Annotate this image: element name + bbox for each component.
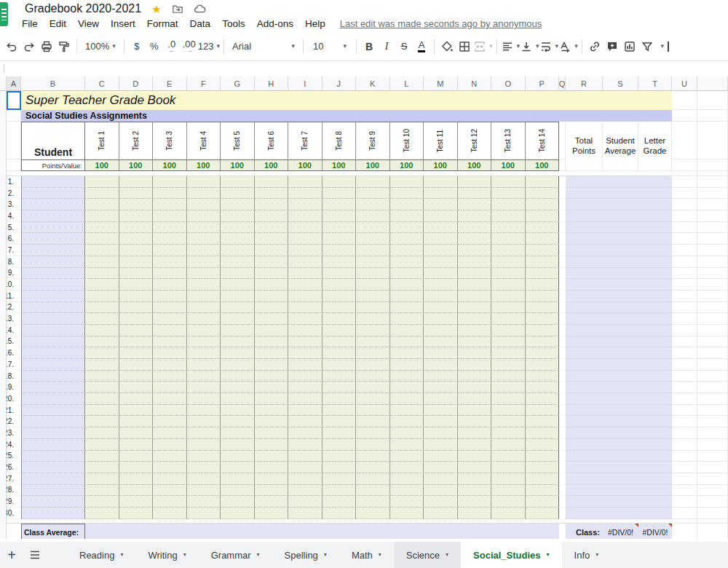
test-header-cell[interactable]: Test 4 [187,122,221,159]
grade-cell[interactable] [221,508,255,519]
grade-cell[interactable] [255,233,289,245]
grade-cell[interactable] [356,496,390,508]
grade-cell[interactable] [458,222,492,234]
grade-cell[interactable] [491,496,526,508]
grade-cell[interactable] [255,176,289,188]
grade-cell[interactable] [458,462,492,473]
grade-cell[interactable] [288,416,323,427]
grade-cell[interactable] [255,496,289,508]
row-number-cell[interactable]: 10. [7,279,21,291]
column-header-K[interactable]: K [356,76,390,91]
grade-cell[interactable] [221,371,255,382]
points-value-cell[interactable]: 100 [153,159,187,171]
tab-menu-caret[interactable]: ▾ [446,552,448,558]
row-number-cell[interactable]: 26. [7,462,21,473]
grade-cell[interactable] [424,485,458,497]
grade-cell[interactable] [85,496,119,508]
student-name-cell[interactable] [21,496,85,508]
grade-cell[interactable] [356,405,390,417]
grade-cell[interactable] [153,359,187,371]
grade-cell[interactable] [255,427,289,439]
grade-cell[interactable] [153,325,187,336]
class-average-label-cell[interactable]: Class Average: [21,524,85,540]
grade-cell[interactable] [424,188,458,200]
grade-cell[interactable] [491,245,526,256]
grade-cell[interactable] [119,291,154,302]
student-name-cell[interactable] [21,485,85,497]
grade-cell[interactable] [85,222,119,234]
test-header-cell[interactable]: Test 13 [491,122,526,159]
grade-cell[interactable] [390,199,424,210]
italic-button[interactable]: I [378,36,395,57]
summary-values-cell[interactable] [566,405,672,417]
grade-cell[interactable] [390,393,424,405]
grade-cell[interactable] [458,439,492,451]
grade-cell[interactable] [323,210,357,222]
points-value-cell[interactable]: 100 [255,159,289,171]
grade-cell[interactable] [458,485,492,497]
grade-cell[interactable] [390,336,424,348]
grade-cell[interactable] [424,496,458,508]
grade-cell[interactable] [491,256,526,268]
grade-cell[interactable] [153,245,187,256]
grade-cell[interactable] [356,313,390,325]
tab-spelling[interactable]: Spelling▾ [272,542,339,568]
grade-cell[interactable] [390,279,424,291]
grade-cell[interactable] [187,485,221,497]
grade-cell[interactable] [424,233,458,245]
grade-cell[interactable] [458,256,492,268]
grade-cell[interactable] [288,325,323,336]
row-number-cell[interactable]: 19. [7,382,21,393]
grade-cell[interactable] [323,439,357,451]
summary-values-cell[interactable] [566,325,672,336]
grade-cell[interactable] [288,210,323,222]
grade-cell[interactable] [424,382,458,393]
grade-cell[interactable] [491,439,526,451]
row-number-cell[interactable]: 27. [7,473,21,485]
grade-cell[interactable] [491,416,526,427]
grade-cell[interactable] [288,451,323,462]
grade-cell[interactable] [119,439,154,451]
grade-cell[interactable] [356,508,390,519]
grade-cell[interactable] [356,199,390,210]
summary-header-cell[interactable]: Total Points [566,122,603,171]
filter-views-dropdown[interactable]: ▾ [656,36,666,57]
font-family-dropdown[interactable]: Arial▾ [228,36,299,57]
grade-cell[interactable] [424,302,458,314]
grade-cell[interactable] [356,256,390,268]
grade-cell[interactable] [153,210,187,222]
grade-cell[interactable] [187,256,221,268]
tab-menu-caret[interactable]: ▾ [183,552,186,558]
grade-cell[interactable] [221,176,255,188]
grade-cell[interactable] [491,268,526,280]
column-header-P[interactable]: P [526,76,560,91]
grade-cell[interactable] [424,359,458,371]
grade-cell[interactable] [526,382,560,393]
summary-values-cell[interactable] [566,485,672,497]
horizontal-align-icon[interactable]: ▾ [501,36,521,57]
grade-cell[interactable] [85,268,119,280]
cloud-saved-icon[interactable] [194,4,206,14]
grade-cell[interactable] [221,268,255,280]
grade-cell[interactable] [187,427,221,439]
grade-cell[interactable] [119,256,154,268]
grade-cell[interactable] [288,508,323,519]
grade-cell[interactable] [255,473,289,485]
grade-cell[interactable] [221,359,255,371]
grade-cell[interactable] [356,371,390,382]
tab-writing[interactable]: Writing▾ [135,542,198,568]
column-header-B[interactable]: B [21,76,85,91]
grade-cell[interactable] [356,245,390,256]
grade-cell[interactable] [85,427,119,439]
points-value-cell[interactable]: 100 [390,159,424,171]
grade-cell[interactable] [288,485,323,497]
grade-cell[interactable] [390,347,424,359]
points-value-cell[interactable]: 100 [323,159,357,171]
increase-decimal-button[interactable]: .00→ [181,36,198,57]
grade-cell[interactable] [187,313,221,325]
grade-cell[interactable] [288,313,323,325]
grade-cell[interactable] [526,427,560,439]
summary-values-cell[interactable] [566,279,672,291]
grade-cell[interactable] [221,439,255,451]
summary-values-cell[interactable] [566,427,672,439]
